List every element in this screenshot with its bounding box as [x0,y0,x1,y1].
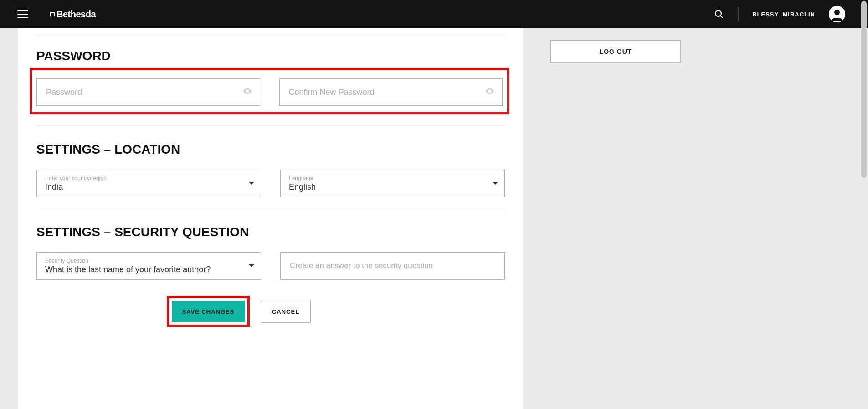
country-select[interactable]: Enter your country/region India [36,170,261,197]
location-section-title: SETTINGS – LOCATION [36,142,505,157]
logout-button[interactable]: LOG OUT [550,40,681,63]
country-value: India [45,182,241,192]
header-divider [738,7,739,21]
language-label: Language [289,175,484,181]
eye-icon[interactable] [485,86,495,98]
confirm-password-input[interactable] [280,79,503,105]
chevron-down-icon [249,182,254,185]
eye-icon[interactable] [242,86,252,98]
save-button[interactable]: SAVE CHANGES [172,301,245,322]
menu-icon[interactable] [17,10,28,18]
security-answer-wrap [280,252,505,280]
header-right: BLESSY_MIRACLIN [714,6,851,22]
security-question-value: What is the last name of your favorite a… [45,265,241,274]
language-value: English [289,182,484,192]
username-link[interactable]: BLESSY_MIRACLIN [752,11,815,18]
side-panel: LOG OUT [550,28,724,63]
country-label: Enter your country/region [45,175,241,181]
brand-text: Bethesda [56,9,96,20]
password-field-wrap [36,78,260,106]
section-divider [36,35,505,35]
language-select[interactable]: Language English [280,170,505,197]
header-left: Bethesda [17,9,96,20]
section-divider [36,125,505,126]
svg-point-0 [715,10,721,16]
security-question-label: Security Question [45,258,241,264]
svg-point-5 [489,90,491,92]
app-header: Bethesda BLESSY_MIRACLIN [0,0,868,28]
avatar-icon[interactable] [829,6,845,22]
save-highlight: SAVE CHANGES [167,296,250,327]
section-divider [36,208,505,208]
page-body: PASSWORD [0,28,868,409]
svg-point-4 [247,90,248,92]
password-highlight [30,68,509,114]
logo-mark-icon [50,12,55,16]
security-answer-input[interactable] [281,253,504,279]
svg-line-1 [720,16,723,18]
confirm-password-field-wrap [279,78,503,106]
password-section-title: PASSWORD [36,49,505,63]
password-input[interactable] [37,79,260,105]
brand-logo[interactable]: Bethesda [50,9,96,20]
security-question-select[interactable]: Security Question What is the last name … [36,252,261,280]
scrollbar[interactable] [861,1,867,178]
search-icon[interactable] [714,9,724,20]
security-section-title: SETTINGS – SECURITY QUESTION [36,225,505,239]
chevron-down-icon [493,182,498,185]
svg-point-3 [834,10,840,15]
cancel-button[interactable]: CANCEL [261,300,311,323]
settings-panel: PASSWORD [18,28,523,409]
form-buttons: SAVE CHANGES CANCEL [18,296,505,327]
chevron-down-icon [249,264,254,267]
